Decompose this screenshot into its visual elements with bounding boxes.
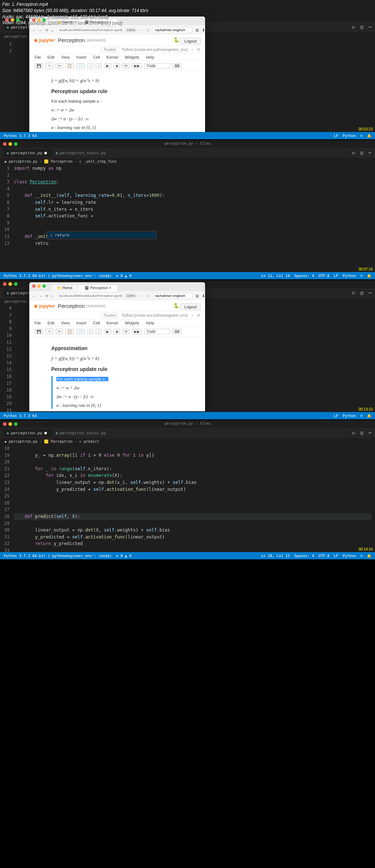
search-input[interactable]	[152, 27, 193, 33]
selected-text: For each training sample xᵢ :	[56, 377, 108, 381]
status-bar[interactable]: Python 3.7.3 64-bit ('pythonengineer_env…	[0, 552, 375, 559]
browser-window-1: 📁 Home 📓 Perceptron × ←→⟳⌂ localhost:888…	[29, 16, 205, 139]
tab-perceptron[interactable]: ◆perceptron.py	[3, 429, 52, 437]
intellisense-popup[interactable]: ▢return	[47, 231, 157, 239]
zoom-level[interactable]: 160%	[125, 28, 137, 32]
reload-icon[interactable]: ⟳	[45, 28, 48, 32]
run-icon[interactable]: ▷	[353, 24, 356, 30]
status-bar[interactable]: Python 3.7.3 64 LFPython☺🔔	[0, 412, 375, 419]
video-metadata-overlay: File: 1. Perceptron.mp4 Size: 94987560 b…	[0, 0, 151, 27]
frame-3: ◆perceptron.py ▷◫⋯ perceptron 6789101112…	[0, 280, 375, 419]
status-bar[interactable]: Python 3.7.3 64-bit ('pythonengineer_env…	[0, 272, 375, 279]
frame-4: perceptron.py — files ◆perceptron.py ◆pe…	[0, 420, 375, 559]
tab-perceptron[interactable]: ◆perceptron.py	[3, 149, 52, 157]
home-icon[interactable]: ⌂	[51, 28, 53, 32]
tab-tests[interactable]: ◆perceptron_tests.py	[52, 429, 111, 437]
more-icon[interactable]: ⋯	[368, 150, 371, 155]
run-icon[interactable]: ▷	[353, 150, 356, 155]
frame-2: perceptron.py — files ◆perceptron.py ◆pe…	[0, 140, 375, 279]
jupyter-logo[interactable]: ◉ jupyter	[34, 37, 55, 43]
menubar[interactable]: FileEditViewInsertCellKernelWidgetsHelp	[29, 54, 205, 61]
more-icon[interactable]: ⋯	[368, 24, 371, 30]
nav-back-icon[interactable]: ←	[32, 28, 36, 32]
status-bar[interactable]: Python 3.7.3 64 LFPython☺🔔	[0, 132, 375, 139]
kernel-name[interactable]: Python [conda env:pythonengineer_env]	[122, 48, 188, 52]
split-icon[interactable]: ◫	[360, 24, 363, 30]
split-icon[interactable]: ◫	[360, 150, 363, 155]
tab-tests[interactable]: ◆perceptron_tests.py	[52, 149, 111, 157]
breadcrumb[interactable]: ◆ perceptron.py › 🟨 Perceptron › ⚙ _unit…	[0, 158, 375, 165]
notebook-title[interactable]: Perceptron	[58, 37, 85, 43]
browser-window-2: 📁 Home 📓 Perceptron × ←→⟳⌂ localhost:888…	[29, 282, 205, 411]
toolbar[interactable]: 💾＋✂📋📄↑↓▶■⟳▶▶ Code⌨	[29, 61, 205, 71]
url-bar[interactable]: localhost:8888/notebooks/Perceptron.ipyn…	[56, 27, 122, 33]
heading: Perceptron update rule	[51, 88, 194, 95]
nav-fwd-icon[interactable]: →	[39, 28, 42, 32]
trusted-badge[interactable]: Trusted	[101, 47, 118, 52]
logout-button[interactable]: Logout	[180, 38, 201, 44]
